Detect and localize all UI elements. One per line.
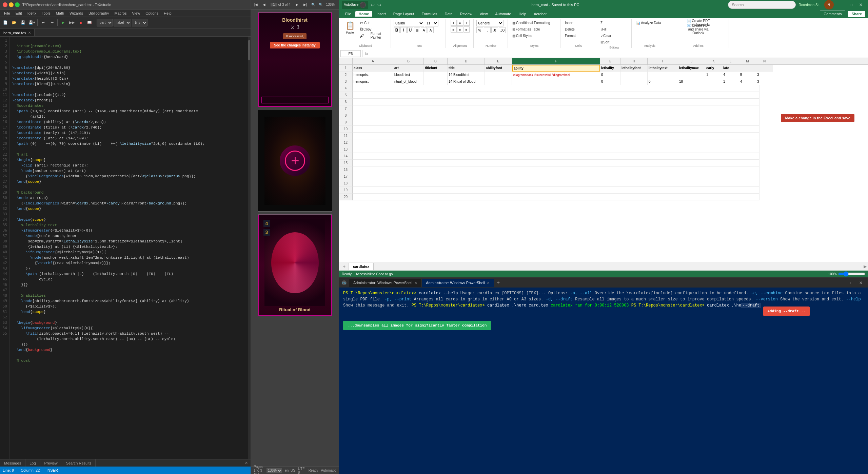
paste-button[interactable]: 📋 Paste (342, 20, 357, 40)
comma-button[interactable]: , (484, 27, 491, 33)
cell-L3[interactable]: 1 (722, 78, 739, 85)
ps-content[interactable]: PS T:\Repos\monster\cardlatex> cardlatex… (339, 288, 868, 474)
format-cells-button[interactable]: Format (563, 33, 594, 39)
cell-empty-7[interactable] (353, 105, 760, 112)
excel-tab-insert[interactable]: Insert (373, 11, 389, 17)
excel-maximize-button[interactable]: □ (847, 2, 855, 8)
save-all-button[interactable]: 💾+ (28, 19, 36, 27)
preview-tab[interactable]: Preview (40, 459, 62, 467)
col-header-H[interactable]: H (620, 58, 648, 64)
menu-view[interactable]: View (130, 11, 143, 16)
align-left-button[interactable]: ≡ (451, 26, 457, 33)
ps-close-button[interactable]: ✕ (856, 280, 865, 286)
underline-button[interactable]: U (407, 27, 413, 33)
cell-styles-button[interactable]: ▤ Cell Styles (511, 33, 558, 39)
cell-C3[interactable] (424, 78, 448, 85)
cell-empty-10[interactable] (353, 126, 760, 133)
excel-tab-acrobat[interactable]: Acrobat (530, 11, 550, 17)
cell-N3[interactable]: 3 (756, 78, 773, 85)
cell-empty-12[interactable] (353, 139, 760, 146)
cell-E3[interactable] (485, 78, 512, 85)
menu-file[interactable]: File (1, 11, 13, 16)
menu-math[interactable]: Math (53, 11, 67, 16)
analyze-data-button[interactable]: 📊 Analyze Data (634, 20, 665, 26)
cell-B2[interactable]: bloodthirst (393, 72, 424, 78)
excel-tab-home[interactable]: Home (355, 11, 373, 17)
menu-edit[interactable]: Edit (13, 11, 25, 16)
cell-I1[interactable]: lethalitytext (648, 65, 678, 72)
col-header-K[interactable]: K (705, 58, 722, 64)
cell-empty-17[interactable] (353, 173, 760, 180)
ps-tab-1[interactable]: Administrator: Windows PowerShell ✕ (349, 279, 421, 287)
tab-close-button[interactable]: ✕ (28, 31, 31, 35)
ps-tab-2[interactable]: Administrator: Windows PowerShell ✕ (422, 279, 494, 287)
insert-cells-button[interactable]: Insert (563, 20, 594, 26)
cell-empty-8[interactable] (353, 112, 760, 119)
conditional-formatting-button[interactable]: ▦ Conditional Formatting (511, 20, 558, 26)
pdf-page-input[interactable] (271, 3, 277, 6)
cell-B3[interactable]: ritual_of_blood (393, 78, 424, 85)
add-sheet-button[interactable]: + (340, 263, 348, 270)
percent-button[interactable]: % (476, 27, 483, 33)
cell-N2[interactable]: 3 (756, 72, 773, 78)
editor-tab-hero-card[interactable]: hero_card.tex ✕ (0, 29, 35, 36)
cell-J3[interactable]: 18 (678, 78, 705, 85)
col-header-L[interactable]: L (722, 58, 739, 64)
redo-icon[interactable]: ↪ (377, 2, 381, 7)
font-color-button[interactable]: A (428, 27, 434, 33)
number-format-select[interactable]: General (476, 20, 504, 26)
share-button[interactable]: Share (848, 11, 865, 17)
zoom-slider[interactable] (838, 271, 865, 277)
ps-minimize-button[interactable]: — (838, 280, 847, 286)
pdf-zoom-in[interactable]: 🔍 (310, 1, 317, 8)
font-name-select[interactable]: Calibri (394, 20, 424, 26)
cell-A3[interactable]: hemoprist (353, 78, 393, 85)
ps-maximize-button[interactable]: □ (848, 280, 856, 286)
cell-I3[interactable]: 0 (648, 78, 678, 85)
cell-empty-19[interactable] (353, 187, 760, 194)
excel-search-input[interactable] (728, 1, 796, 9)
cell-H3[interactable] (620, 78, 648, 85)
view-pdf-button[interactable]: 📖 (85, 19, 94, 27)
cell-G1[interactable]: lethality (600, 65, 620, 72)
messages-tab[interactable]: Messages (0, 459, 25, 467)
autosum-button[interactable]: Σ (599, 20, 629, 26)
italic-button[interactable]: I (400, 27, 407, 33)
col-header-G[interactable]: G (600, 58, 620, 64)
label-select[interactable]: label (114, 19, 131, 26)
stop-button[interactable]: ■ (77, 19, 85, 27)
cell-L2[interactable]: 4 (722, 72, 739, 78)
compile-bibtex-button[interactable]: ▶▶ (68, 19, 76, 27)
cell-G3[interactable]: 0 (600, 78, 620, 85)
cell-G2[interactable]: 0 (600, 72, 620, 78)
align-middle-button[interactable]: ≡ (457, 20, 463, 26)
sheet-tab-cardlatex[interactable]: cardlatex (349, 263, 374, 270)
formula-input[interactable] (371, 50, 867, 57)
cell-I2[interactable] (648, 72, 678, 78)
sort-filter-button[interactable]: ⊞Sort (599, 39, 629, 45)
align-top-button[interactable]: ⊤ (451, 20, 457, 26)
cell-J1[interactable]: lethalitymax (678, 65, 705, 72)
cell-K3[interactable] (705, 78, 722, 85)
menu-help[interactable]: Help (161, 11, 174, 16)
close-bottom-panel[interactable]: ✕ (242, 461, 251, 465)
cell-A2[interactable]: hemoprist (353, 72, 393, 78)
cell-B1[interactable]: art (393, 65, 424, 72)
undo-button[interactable]: ↩ (39, 19, 47, 27)
col-header-J[interactable]: J (678, 58, 705, 64)
cell-J2[interactable] (678, 72, 705, 78)
ps-tab-1-close[interactable]: ✕ (414, 281, 417, 285)
cell-empty-6[interactable] (353, 99, 760, 105)
cell-C2[interactable] (424, 72, 448, 78)
minimize-button[interactable] (9, 2, 14, 7)
compile-button[interactable]: ▶ (59, 19, 67, 27)
copy-button[interactable]: ⧉ Copy (358, 26, 389, 32)
redo-button[interactable]: ↪ (48, 19, 56, 27)
align-bottom-button[interactable]: ⊥ (463, 20, 470, 26)
pdf-last-page[interactable]: ▶| (301, 1, 309, 8)
excel-tab-help[interactable]: Help (515, 11, 530, 17)
align-center-button[interactable]: ≡ (457, 26, 463, 33)
cell-empty-4[interactable] (353, 85, 760, 92)
cell-empty-13[interactable] (353, 146, 760, 153)
menu-macros[interactable]: Macros (112, 11, 129, 16)
